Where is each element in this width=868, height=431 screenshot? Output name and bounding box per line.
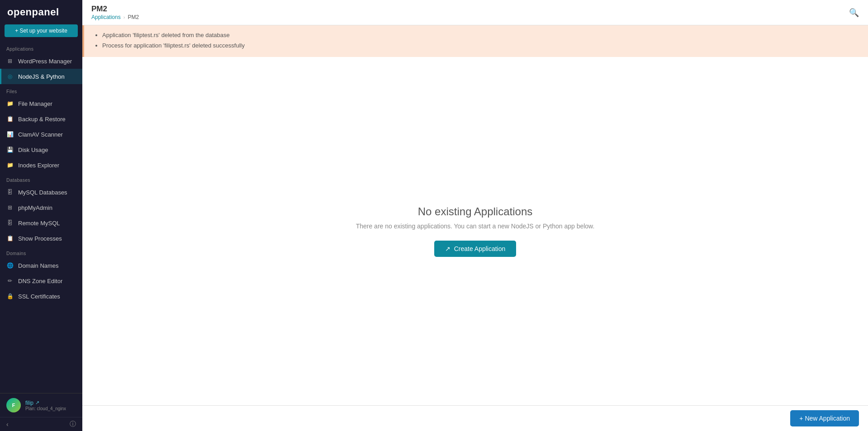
show-processes-icon: 📋 xyxy=(6,235,14,242)
backup-icon: 📋 xyxy=(6,115,14,123)
remote-mysql-icon: 🗄 xyxy=(6,219,14,227)
alert-list: Application 'filiptest.rs' deleted from … xyxy=(93,31,859,51)
sidebar-item-file-manager[interactable]: 📁File Manager xyxy=(0,96,82,111)
file-manager-icon: 📁 xyxy=(6,100,14,107)
sidebar-item-label-backup: Backup & Restore xyxy=(18,116,66,123)
create-app-icon: ↗ xyxy=(445,245,451,252)
mysql-icon: 🗄 xyxy=(6,189,14,196)
sidebar-section-label: Databases xyxy=(0,173,82,185)
sidebar-item-domain-names[interactable]: 🌐Domain Names xyxy=(0,258,82,273)
sidebar-item-label-phpmyadmin: phpMyAdmin xyxy=(18,204,52,211)
sidebar-sections: Applications⊞WordPress Manager◎NodeJS & … xyxy=(0,42,82,304)
clamav-icon: 📊 xyxy=(6,131,14,138)
empty-state-subtitle: There are no existing applications. You … xyxy=(356,223,595,230)
header-right: 🔍 xyxy=(849,8,859,18)
user-footer: F filip ↗ Plan: cloud_4_nginx xyxy=(0,393,82,417)
search-button[interactable]: 🔍 xyxy=(849,8,859,18)
breadcrumb-separator: › xyxy=(123,14,125,20)
sidebar-section-label: Domains xyxy=(0,246,82,258)
ssl-icon: 🔒 xyxy=(6,293,14,300)
create-application-button[interactable]: ↗ Create Application xyxy=(434,241,517,257)
brand-logo: openpanel xyxy=(0,0,82,24)
inodes-icon: 📁 xyxy=(6,161,14,169)
avatar: F xyxy=(6,398,21,412)
create-app-label: Create Application xyxy=(454,245,506,252)
dns-zone-icon: ✏ xyxy=(6,277,14,284)
sidebar-item-wordpress[interactable]: ⊞WordPress Manager xyxy=(0,53,82,69)
alert-message: Application 'filiptest.rs' deleted from … xyxy=(102,31,859,40)
user-plan: Plan: cloud_4_nginx xyxy=(25,406,76,411)
sidebar-section-label: Files xyxy=(0,84,82,96)
disk-usage-icon: 💾 xyxy=(6,146,14,153)
wordpress-icon: ⊞ xyxy=(6,57,14,65)
footer: + New Application xyxy=(82,405,868,431)
username[interactable]: filip ↗ xyxy=(25,400,76,406)
phpmyadmin-icon: ⊞ xyxy=(6,204,14,211)
page-title: PM2 xyxy=(91,5,139,14)
header-left: PM2 Applications › PM2 xyxy=(91,5,139,20)
sidebar-item-nodejs[interactable]: ◎NodeJS & Python xyxy=(0,69,82,84)
sidebar-item-show-processes[interactable]: 📋Show Processes xyxy=(0,231,82,246)
sidebar-item-dns-zone[interactable]: ✏DNS Zone Editor xyxy=(0,273,82,289)
sidebar-item-remote-mysql[interactable]: 🗄Remote MySQL xyxy=(0,215,82,231)
sidebar-item-label-file-manager: File Manager xyxy=(18,100,52,107)
empty-state-title: No existing Applications xyxy=(356,205,595,218)
info-button[interactable]: ⓘ xyxy=(70,420,76,428)
breadcrumb: Applications › PM2 xyxy=(91,14,139,20)
content-area: No existing Applications There are no ex… xyxy=(82,57,868,405)
new-application-button[interactable]: + New Application xyxy=(790,410,859,426)
sidebar-item-ssl[interactable]: 🔒SSL Certificates xyxy=(0,289,82,304)
sidebar-item-label-dns-zone: DNS Zone Editor xyxy=(18,278,62,284)
domain-names-icon: 🌐 xyxy=(6,262,14,269)
sidebar-item-label-show-processes: Show Processes xyxy=(18,235,62,242)
sidebar-item-clamav[interactable]: 📊ClamAV Scanner xyxy=(0,127,82,142)
main-content: PM2 Applications › PM2 🔍 Application 'fi… xyxy=(82,0,868,431)
sidebar-item-label-inodes: Inodes Explorer xyxy=(18,162,59,169)
empty-state: No existing Applications There are no ex… xyxy=(356,205,595,257)
user-info: filip ↗ Plan: cloud_4_nginx xyxy=(25,400,76,411)
sidebar-section-label: Applications xyxy=(0,42,82,53)
sidebar-item-mysql[interactable]: 🗄MySQL Databases xyxy=(0,185,82,200)
sidebar: openpanel + Set up your website Applicat… xyxy=(0,0,82,431)
sidebar-item-label-disk-usage: Disk Usage xyxy=(18,147,48,153)
sidebar-item-label-remote-mysql: Remote MySQL xyxy=(18,220,60,227)
sidebar-item-backup[interactable]: 📋Backup & Restore xyxy=(0,111,82,127)
breadcrumb-current: PM2 xyxy=(128,14,139,20)
sidebar-item-label-mysql: MySQL Databases xyxy=(18,189,67,196)
sidebar-item-phpmyadmin[interactable]: ⊞phpMyAdmin xyxy=(0,200,82,215)
breadcrumb-parent[interactable]: Applications xyxy=(91,14,121,20)
sidebar-item-label-ssl: SSL Certificates xyxy=(18,293,60,300)
sidebar-item-label-clamav: ClamAV Scanner xyxy=(18,131,63,138)
alert-banner: Application 'filiptest.rs' deleted from … xyxy=(82,25,868,57)
collapse-sidebar-button[interactable]: ‹ xyxy=(6,421,9,428)
sidebar-item-inodes[interactable]: 📁Inodes Explorer xyxy=(0,157,82,173)
sidebar-item-disk-usage[interactable]: 💾Disk Usage xyxy=(0,142,82,157)
nodejs-icon: ◎ xyxy=(6,73,14,80)
sidebar-bottom-bar: ‹ ⓘ xyxy=(0,417,82,431)
sidebar-item-label-domain-names: Domain Names xyxy=(18,262,59,269)
sidebar-item-label-wordpress: WordPress Manager xyxy=(18,58,72,65)
alert-message: Process for application 'filiptest.rs' d… xyxy=(102,41,859,51)
setup-website-button[interactable]: + Set up your website xyxy=(5,24,78,37)
sidebar-item-label-nodejs: NodeJS & Python xyxy=(18,73,65,80)
header: PM2 Applications › PM2 🔍 xyxy=(82,0,868,25)
